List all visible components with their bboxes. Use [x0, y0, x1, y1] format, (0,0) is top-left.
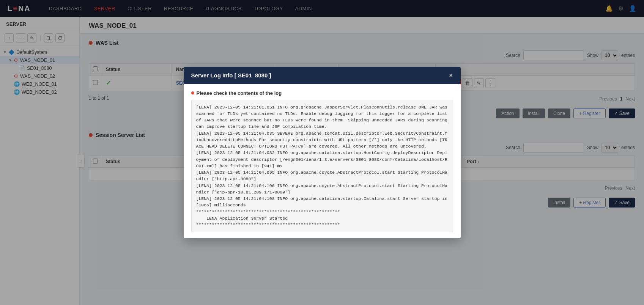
- modal-header: Server Log Info [ SE01_8080 ] ×: [184, 67, 461, 84]
- server-log-modal: Server Log Info [ SE01_8080 ] × Please c…: [184, 67, 461, 239]
- modal-subtitle: Please check the contents of the log: [191, 90, 453, 96]
- modal-overlay[interactable]: Server Log Info [ SE01_8080 ] × Please c…: [0, 0, 644, 305]
- log-content-area[interactable]: [LENA] 2023-12-05 14:21:01.051 INFO org.…: [191, 100, 453, 233]
- modal-close-button[interactable]: ×: [449, 72, 453, 79]
- modal-body: Please check the contents of the log [LE…: [184, 84, 461, 239]
- modal-title: Server Log Info [ SE01_8080 ]: [191, 72, 271, 79]
